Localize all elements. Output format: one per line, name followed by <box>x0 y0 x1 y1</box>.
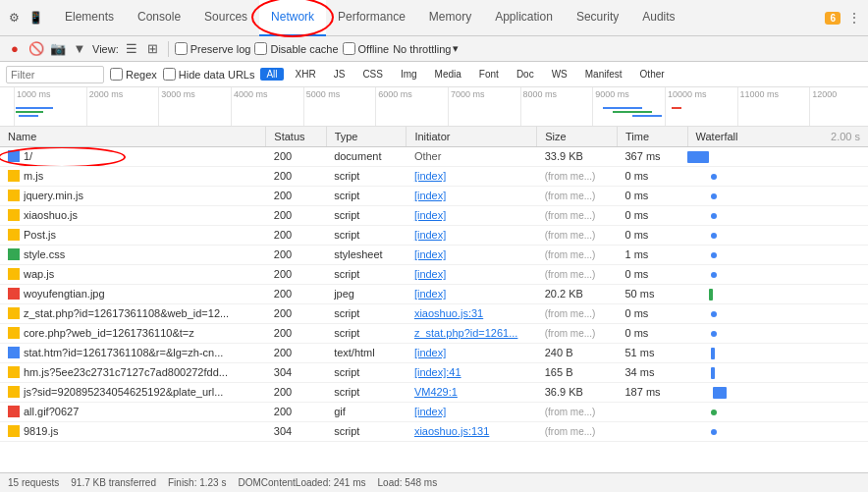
clear-button[interactable]: 🚫 <box>27 40 45 58</box>
table-row[interactable]: 1/200documentOther33.9 KB367 ms <box>0 146 868 166</box>
status-transferred: 91.7 KB transferred <box>71 477 156 488</box>
col-header-type[interactable]: Type <box>326 127 407 146</box>
filter-doc-button[interactable]: Doc <box>511 68 540 81</box>
col-header-status[interactable]: Status <box>266 127 326 146</box>
col-header-waterfall[interactable]: Waterfall 2.00 s <box>687 127 868 146</box>
throttle-select[interactable]: No throttling ▾ <box>393 42 459 55</box>
disable-cache-input[interactable] <box>254 42 267 55</box>
offline-input[interactable] <box>343 42 355 55</box>
filter-js-button[interactable]: JS <box>328 68 352 81</box>
status-requests: 15 requests <box>8 477 59 488</box>
filter-css-button[interactable]: CSS <box>356 68 389 81</box>
regex-input[interactable] <box>110 68 123 81</box>
devtools-tab-bar: ⚙ 📱 Elements Console Sources Network Per… <box>0 0 868 36</box>
status-domcontentloaded: DOMContentLoaded: 241 ms <box>238 477 365 488</box>
more-options-icon[interactable]: ⋮ <box>844 8 864 27</box>
capture-screenshots-button[interactable]: 📷 <box>49 40 67 58</box>
filter-all-button[interactable]: All <box>260 68 283 81</box>
network-table: Name Status Type Initiator Size Time Wat… <box>0 127 868 442</box>
view-label: View: <box>92 43 119 55</box>
tab-sources[interactable]: Sources <box>192 0 259 36</box>
table-row[interactable]: z_stat.php?id=12617361108&web_id=12...20… <box>0 303 868 323</box>
timeline-minimap <box>14 100 868 124</box>
filter-manifest-button[interactable]: Manifest <box>579 68 628 81</box>
preserve-log-checkbox[interactable]: Preserve log <box>175 42 251 55</box>
filter-other-button[interactable]: Other <box>634 68 671 81</box>
divider <box>168 41 169 57</box>
table-row[interactable]: core.php?web_id=1261736110&t=z200scriptz… <box>0 323 868 343</box>
status-bar: 15 requests 91.7 KB transferred Finish: … <box>0 472 868 492</box>
device-icon[interactable]: 📱 <box>26 8 45 27</box>
table-row[interactable]: hm.js?5ee23c2731c7127c7ad800272fdd...304… <box>0 362 868 382</box>
filter-row: Regex Hide data URLs All XHR JS CSS Img … <box>0 62 868 87</box>
tab-security[interactable]: Security <box>565 0 630 36</box>
table-row[interactable]: xiaoshuo.js200script[index](from me...)0… <box>0 205 868 225</box>
view-list-icon[interactable]: ☰ <box>123 40 140 58</box>
view-large-icon[interactable]: ⊞ <box>144 40 162 58</box>
filter-media-button[interactable]: Media <box>429 68 467 81</box>
filter-font-button[interactable]: Font <box>473 68 505 81</box>
filter-input[interactable] <box>6 66 104 83</box>
table-row[interactable]: 9819.js304scriptxiaoshuo.js:131(from me.… <box>0 421 868 441</box>
table-row[interactable]: wap.js200script[index](from me...)0 ms <box>0 264 868 284</box>
record-button[interactable]: ● <box>6 40 24 58</box>
tab-elements[interactable]: Elements <box>53 0 126 36</box>
table-row[interactable]: woyufengtian.jpg200jpeg[index]20.2 KB50 … <box>0 284 868 303</box>
table-row[interactable]: m.js200script[index](from me...)0 ms <box>0 166 868 186</box>
table-row[interactable]: stat.htm?id=12617361108&r=&lg=zh-cn...20… <box>0 343 868 362</box>
tab-audits[interactable]: Audits <box>630 0 686 36</box>
inspect-icon[interactable]: ⚙ <box>4 8 24 27</box>
preserve-log-input[interactable] <box>175 42 188 55</box>
hide-data-input[interactable] <box>163 68 176 81</box>
table-row[interactable]: Post.js200script[index](from me...)0 ms <box>0 225 868 245</box>
filter-img-button[interactable]: Img <box>395 68 423 81</box>
tab-console[interactable]: Console <box>126 0 192 36</box>
col-header-initiator[interactable]: Initiator <box>407 127 537 146</box>
disable-cache-checkbox[interactable]: Disable cache <box>254 42 338 55</box>
warning-badge: 6 <box>825 12 841 25</box>
col-header-name[interactable]: Name <box>0 127 266 146</box>
tab-memory[interactable]: Memory <box>417 0 483 36</box>
timeline-bar: 1000 ms 2000 ms 3000 ms 4000 ms 5000 ms … <box>0 87 868 127</box>
table-row[interactable]: jquery.min.js200script[index](from me...… <box>0 186 868 205</box>
tab-application[interactable]: Application <box>483 0 565 36</box>
network-toolbar: ● 🚫 📷 ▼ View: ☰ ⊞ Preserve log Disable c… <box>0 36 868 62</box>
network-table-container[interactable]: Name Status Type Initiator Size Time Wat… <box>0 127 868 472</box>
regex-checkbox[interactable]: Regex <box>110 68 157 81</box>
col-header-time[interactable]: Time <box>617 127 687 146</box>
tab-network[interactable]: Network <box>259 0 326 36</box>
status-load: Load: 548 ms <box>378 477 438 488</box>
table-row[interactable]: all.gif?0627200gif[index](from me...) <box>0 402 868 421</box>
table-row[interactable]: style.css200stylesheet[index](from me...… <box>0 245 868 264</box>
status-finish-time: Finish: 1.23 s <box>168 477 226 488</box>
tab-performance[interactable]: Performance <box>326 0 417 36</box>
table-row[interactable]: js?sid=920895234054625192&plate_url...20… <box>0 382 868 402</box>
filter-xhr-button[interactable]: XHR <box>290 68 322 81</box>
col-header-size[interactable]: Size <box>537 127 618 146</box>
table-header-row: Name Status Type Initiator Size Time Wat… <box>0 127 868 146</box>
filter-ws-button[interactable]: WS <box>546 68 573 81</box>
hide-data-checkbox[interactable]: Hide data URLs <box>163 68 255 81</box>
filter-button[interactable]: ▼ <box>71 40 88 58</box>
offline-checkbox[interactable]: Offline <box>343 42 390 55</box>
